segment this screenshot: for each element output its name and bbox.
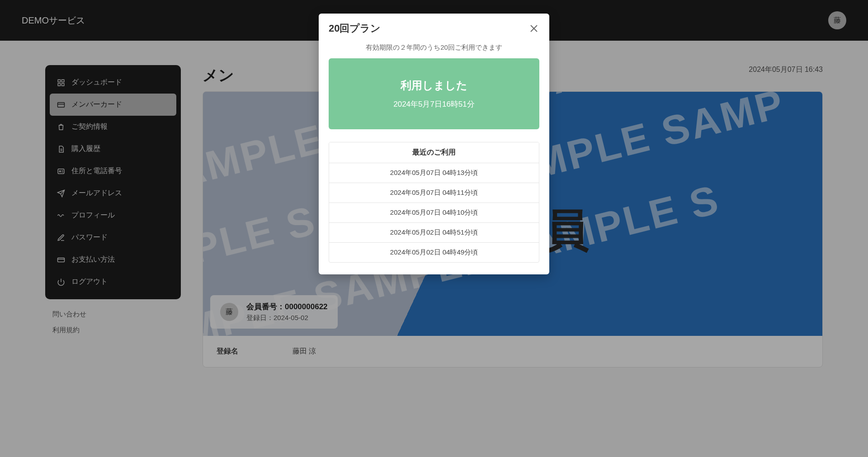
plan-modal: 20回プラン 有効期限の２年間のうち20回ご利用できます 利用しました 2024…	[319, 14, 549, 274]
modal-head: 20回プラン	[319, 14, 549, 40]
modal-body: 有効期限の２年間のうち20回ご利用できます 利用しました 2024年5月7日16…	[319, 40, 549, 274]
success-title: 利用しました	[334, 78, 534, 93]
usage-list: 最近のご利用 2024年05月07日 04時13分頃 2024年05月07日 0…	[329, 142, 539, 263]
close-icon[interactable]	[528, 23, 539, 34]
modal-overlay[interactable]: 20回プラン 有効期限の２年間のうち20回ご利用できます 利用しました 2024…	[0, 0, 868, 457]
usage-header: 最近のご利用	[329, 142, 539, 163]
success-time: 2024年5月7日16時51分	[334, 99, 534, 109]
usage-row: 2024年05月07日 04時13分頃	[329, 163, 539, 183]
usage-row: 2024年05月02日 04時51分頃	[329, 223, 539, 243]
modal-title: 20回プラン	[329, 22, 381, 35]
modal-description: 有効期限の２年間のうち20回ご利用できます	[329, 43, 539, 52]
success-box: 利用しました 2024年5月7日16時51分	[329, 58, 539, 129]
usage-row: 2024年05月07日 04時11分頃	[329, 183, 539, 203]
usage-row: 2024年05月02日 04時49分頃	[329, 243, 539, 262]
usage-row: 2024年05月07日 04時10分頃	[329, 203, 539, 223]
